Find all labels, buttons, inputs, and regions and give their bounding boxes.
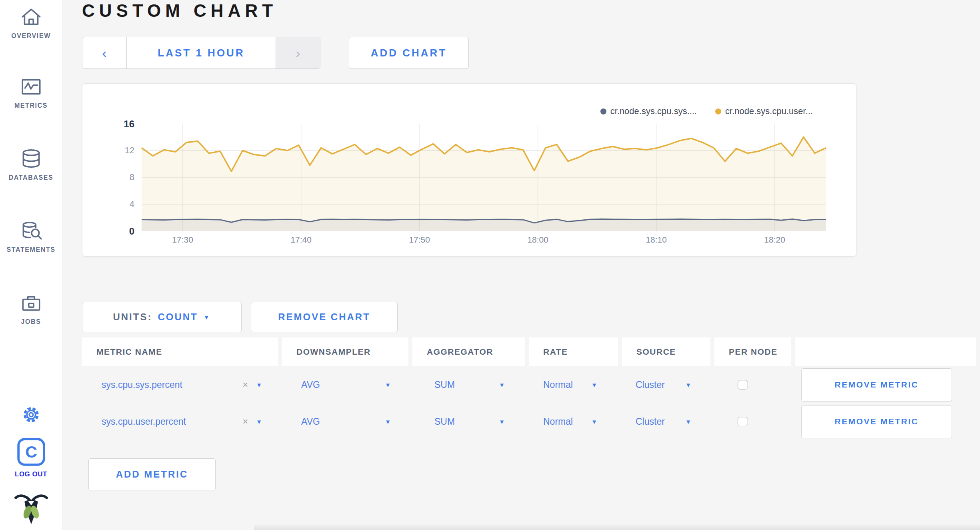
add-chart-button[interactable]: ADD CHART bbox=[349, 37, 469, 69]
metrics-table-header: METRIC NAMEDOWNSAMPLERAGGREGATORRATESOUR… bbox=[82, 337, 976, 366]
downsampler-value: AVG bbox=[301, 416, 320, 427]
aggregator-value: SUM bbox=[434, 416, 455, 427]
downsampler-select[interactable]: AVG ▼ bbox=[282, 366, 408, 403]
cockroach-bug-icon bbox=[13, 492, 50, 528]
chart-legend: cr.node.sys.cpu.sys.... cr.node.sys.cpu.… bbox=[600, 106, 813, 116]
caret-down-icon[interactable]: ▼ bbox=[256, 419, 262, 425]
sidebar-item-metrics[interactable]: METRICS bbox=[0, 75, 62, 109]
rate-select[interactable]: Normal ▼ bbox=[529, 403, 618, 440]
per-node-cell bbox=[714, 403, 791, 440]
caret-down-icon: ▼ bbox=[385, 382, 391, 388]
series-dot-icon bbox=[600, 108, 606, 114]
chart-svg bbox=[142, 124, 826, 231]
remove-metric-button[interactable]: REMOVE METRIC bbox=[801, 405, 952, 438]
downsampler-value: AVG bbox=[301, 379, 320, 390]
x-axis-tick: 18:20 bbox=[764, 235, 785, 245]
units-label: UNITS: bbox=[113, 311, 152, 323]
toolbar: ‹ LAST 1 HOUR › ADD CHART bbox=[82, 37, 469, 69]
log-out-label: LOG OUT bbox=[15, 470, 47, 478]
legend-item[interactable]: cr.node.sys.cpu.user... bbox=[715, 106, 813, 116]
aggregator-value: SUM bbox=[434, 379, 455, 390]
caret-down-icon: ▼ bbox=[685, 382, 691, 388]
caret-down-icon: ▼ bbox=[204, 314, 211, 320]
source-value: Cluster bbox=[636, 379, 665, 390]
caret-down-icon: ▼ bbox=[385, 419, 391, 425]
y-axis-labels: 0481216 bbox=[82, 124, 134, 231]
chart-panel: cr.node.sys.cpu.sys.... cr.node.sys.cpu.… bbox=[82, 83, 856, 257]
add-metric-button[interactable]: ADD METRIC bbox=[88, 458, 216, 490]
settings-button[interactable] bbox=[0, 404, 62, 425]
sidebar-item-statements[interactable]: STATEMENTS bbox=[0, 219, 62, 253]
sidebar-item-label: METRICS bbox=[14, 102, 48, 109]
sidebar-item-databases[interactable]: DATABASES bbox=[0, 147, 62, 181]
database-icon bbox=[20, 147, 43, 171]
rate-select[interactable]: Normal ▼ bbox=[529, 366, 618, 403]
svg-text:C: C bbox=[25, 443, 37, 461]
sidebar-item-overview[interactable]: OVERVIEW bbox=[0, 6, 62, 40]
y-axis-tick: 4 bbox=[82, 199, 134, 209]
time-next-button[interactable]: › bbox=[276, 37, 320, 68]
caret-down-icon: ▼ bbox=[499, 382, 505, 388]
metric-name[interactable]: sys.cpu.sys.percent bbox=[102, 379, 182, 390]
chevron-right-icon: › bbox=[296, 45, 300, 61]
source-select[interactable]: Cluster ▼ bbox=[622, 366, 710, 403]
source-select[interactable]: Cluster ▼ bbox=[622, 403, 710, 440]
units-dropdown[interactable]: UNITS: COUNT ▼ bbox=[82, 302, 242, 332]
log-out-button[interactable]: C LOG OUT bbox=[0, 437, 62, 478]
sidebar-item-jobs[interactable]: JOBS bbox=[0, 291, 62, 325]
series-dot-icon bbox=[715, 108, 721, 114]
time-prev-button[interactable]: ‹ bbox=[82, 37, 127, 68]
table-header-cell: AGGREGATOR bbox=[412, 337, 525, 366]
legend-label: cr.node.sys.cpu.sys.... bbox=[610, 106, 697, 116]
sidebar-item-label: DATABASES bbox=[9, 174, 54, 181]
remove-metric-button[interactable]: REMOVE METRIC bbox=[801, 368, 952, 402]
remove-chart-button[interactable]: REMOVE CHART bbox=[251, 302, 398, 332]
source-value: Cluster bbox=[636, 416, 665, 427]
home-icon bbox=[20, 6, 43, 29]
metric-name-cell: sys.cpu.sys.percent × ▼ bbox=[82, 366, 278, 403]
sidebar-item-label: JOBS bbox=[21, 318, 41, 325]
units-value: COUNT bbox=[158, 311, 198, 323]
cockroach-logo bbox=[0, 492, 62, 528]
time-range-dropdown[interactable]: LAST 1 HOUR bbox=[127, 37, 276, 68]
clear-metric-icon[interactable]: × bbox=[242, 379, 248, 390]
legend-item[interactable]: cr.node.sys.cpu.sys.... bbox=[600, 106, 697, 116]
line-chart bbox=[142, 124, 826, 231]
metric-row: sys.cpu.user.percent × ▼ AVG ▼ SUM ▼ Nor… bbox=[82, 403, 976, 440]
table-header-cell bbox=[795, 337, 976, 366]
rate-value: Normal bbox=[543, 416, 573, 427]
metrics-icon bbox=[20, 75, 43, 98]
custom-chart-page: OVERVIEW METRICS DATABASES bbox=[0, 0, 980, 530]
x-axis-labels: 17:3017:4017:5018:0018:1018:20 bbox=[142, 235, 826, 247]
page-title: CUSTOM CHART bbox=[82, 1, 277, 21]
x-axis-tick: 17:50 bbox=[409, 235, 430, 245]
time-range-selector: ‹ LAST 1 HOUR › bbox=[82, 37, 320, 69]
per-node-cell bbox=[714, 366, 791, 403]
caret-down-icon: ▼ bbox=[591, 382, 597, 388]
metric-row: sys.cpu.sys.percent × ▼ AVG ▼ SUM ▼ Norm… bbox=[82, 366, 976, 403]
jobs-icon bbox=[20, 291, 43, 315]
table-header-cell: METRIC NAME bbox=[82, 337, 278, 366]
y-axis-tick: 16 bbox=[82, 118, 134, 130]
metric-name[interactable]: sys.cpu.user.percent bbox=[102, 416, 186, 427]
legend-label: cr.node.sys.cpu.user... bbox=[725, 106, 813, 116]
caret-down-icon[interactable]: ▼ bbox=[256, 382, 262, 388]
x-axis-tick: 17:30 bbox=[172, 235, 193, 245]
clear-metric-icon[interactable]: × bbox=[242, 416, 248, 427]
cockroach-c-icon: C bbox=[16, 437, 46, 467]
x-axis-tick: 18:00 bbox=[527, 235, 548, 245]
per-node-checkbox[interactable] bbox=[738, 380, 748, 389]
table-header-cell: SOURCE bbox=[622, 337, 710, 366]
aggregator-select[interactable]: SUM ▼ bbox=[412, 403, 525, 440]
rate-value: Normal bbox=[543, 379, 573, 390]
aggregator-select[interactable]: SUM ▼ bbox=[412, 366, 525, 403]
caret-down-icon: ▼ bbox=[499, 419, 505, 425]
statements-icon bbox=[20, 219, 43, 243]
x-axis-tick: 18:10 bbox=[646, 235, 667, 245]
x-axis-tick: 17:40 bbox=[290, 235, 312, 245]
per-node-checkbox[interactable] bbox=[738, 417, 748, 426]
table-header-cell: RATE bbox=[529, 337, 618, 366]
downsampler-select[interactable]: AVG ▼ bbox=[282, 403, 408, 440]
y-axis-tick: 8 bbox=[82, 172, 134, 183]
table-header-cell: PER NODE bbox=[714, 337, 791, 366]
